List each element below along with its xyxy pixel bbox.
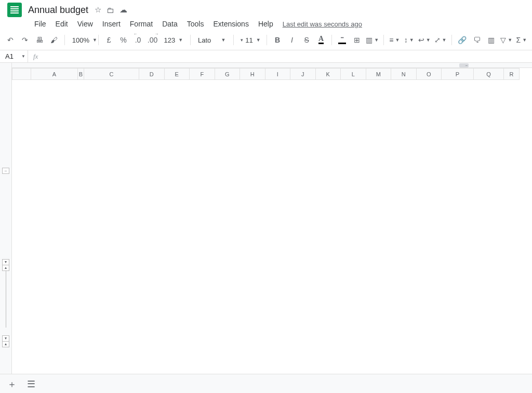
move-icon[interactable]: 🗀 (107, 6, 114, 15)
star-icon[interactable]: ☆ (95, 5, 101, 15)
insert-chart-button[interactable]: ▥ (485, 33, 498, 47)
column-header[interactable]: F (190, 69, 215, 80)
redo-button[interactable]: ↷ (19, 33, 31, 47)
italic-button[interactable]: I (286, 33, 298, 47)
column-header[interactable]: D (139, 69, 165, 80)
sheets-logo[interactable] (7, 3, 22, 17)
font-family-select[interactable]: Lato▼ (195, 33, 229, 47)
vertical-align-button[interactable]: ↕▼ (403, 33, 415, 47)
merge-cells-button[interactable]: ▥▼ (365, 33, 380, 47)
paint-format-button[interactable]: 🖌 (48, 33, 60, 47)
all-sheets-button[interactable]: ☰ (24, 375, 38, 393)
column-header[interactable]: J (290, 69, 316, 80)
print-button[interactable]: 🖶 (33, 33, 46, 47)
fill-color-button[interactable]: 🭶 (336, 33, 349, 47)
column-header[interactable]: B (78, 69, 84, 80)
select-all-corner[interactable] (12, 69, 31, 80)
insert-comment-button[interactable]: 🗨 (471, 33, 483, 47)
functions-button[interactable]: Σ▼ (515, 33, 528, 47)
document-name[interactable]: Annual budget (28, 5, 88, 16)
row-group-gutter[interactable]: – ▾ ▴ ▾ ▴ (0, 63, 12, 374)
increase-decimal-button[interactable]: .00→ (147, 33, 159, 47)
add-sheet-button[interactable]: ＋ (4, 375, 20, 394)
column-group-toggle[interactable]: – (459, 63, 469, 67)
insert-link-button[interactable]: 🔗 (456, 33, 469, 47)
column-header[interactable]: G (215, 69, 240, 80)
undo-button[interactable]: ↶ (4, 33, 17, 47)
bold-button[interactable]: B (271, 33, 284, 47)
last-edit-info[interactable]: Last edit was seconds ago (283, 20, 362, 28)
menu-help[interactable]: Help (254, 18, 277, 30)
column-header[interactable]: H (240, 69, 265, 80)
menu-tools[interactable]: Tools (183, 18, 208, 30)
decrease-decimal-button[interactable]: ←.0 (132, 33, 144, 47)
column-header[interactable]: P (442, 69, 474, 80)
borders-button[interactable]: ⊞ (351, 33, 363, 47)
format-currency-button[interactable]: £ (103, 33, 115, 47)
menu-view[interactable]: View (73, 18, 97, 30)
text-color-button[interactable]: A (315, 33, 327, 47)
text-wrap-button[interactable]: ↩▼ (417, 33, 431, 47)
fx-icon: fx (28, 52, 43, 61)
horizontal-align-button[interactable]: ≡▼ (388, 33, 401, 47)
text-rotation-button[interactable]: ⤢▼ (433, 33, 447, 47)
group-toggle[interactable]: ▴ (2, 341, 9, 347)
name-box[interactable]: A1▼ (0, 50, 28, 62)
menu-edit[interactable]: Edit (51, 18, 72, 30)
column-header[interactable]: N (391, 69, 417, 80)
cloud-saved-icon[interactable]: ☁ (119, 5, 127, 15)
column-header[interactable]: I (265, 69, 290, 80)
column-header[interactable]: L (341, 69, 366, 80)
zoom-select[interactable]: 100%▼ (69, 33, 94, 47)
spreadsheet-grid[interactable]: ABCDEFGHIJKLMNOPQR (12, 68, 520, 80)
group-toggle[interactable]: – (2, 168, 9, 174)
format-percent-button[interactable]: % (117, 33, 130, 47)
menu-extensions[interactable]: Extensions (209, 18, 252, 30)
column-header[interactable]: O (416, 69, 442, 80)
menu-file[interactable]: File (30, 18, 50, 30)
column-header[interactable]: Q (474, 69, 504, 80)
column-header[interactable]: C (84, 69, 139, 80)
column-header[interactable]: R (504, 69, 520, 80)
formula-bar[interactable] (43, 50, 532, 62)
column-header[interactable]: A (31, 69, 78, 80)
strikethrough-button[interactable]: S (300, 33, 313, 47)
menu-format[interactable]: Format (126, 18, 157, 30)
column-header[interactable]: M (366, 69, 391, 80)
menu-insert[interactable]: Insert (98, 18, 125, 30)
column-header[interactable]: K (315, 69, 341, 80)
more-formats-button[interactable]: 123▼ (161, 33, 187, 47)
font-size-select[interactable]: ▾11▼ (237, 33, 262, 47)
menu-data[interactable]: Data (158, 18, 182, 30)
create-filter-button[interactable]: ▽▼ (500, 33, 513, 47)
column-header[interactable]: E (164, 69, 190, 80)
